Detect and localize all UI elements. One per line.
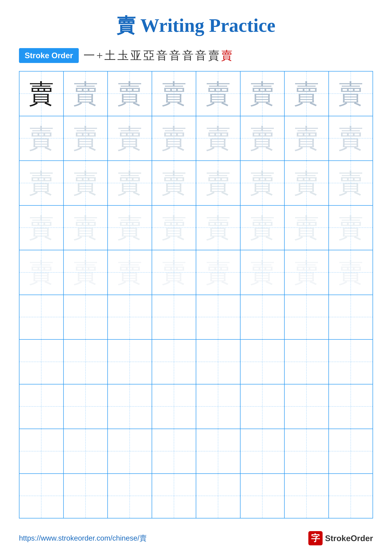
grid-row: 賣 賣 賣 賣 賣 賣 賣 賣 (20, 116, 372, 161)
grid-cell[interactable]: 賣 (329, 206, 373, 250)
grid-cell-empty[interactable] (241, 340, 285, 384)
grid-cell-empty[interactable] (20, 340, 64, 384)
grid-cell[interactable]: 賣 (196, 72, 241, 116)
grid-cell-empty[interactable] (152, 295, 196, 339)
grid-cell[interactable]: 賣 (241, 206, 285, 250)
grid-cell-empty[interactable] (64, 295, 108, 339)
cell-char: 賣 (161, 170, 187, 196)
grid-cell-empty[interactable] (20, 429, 64, 473)
grid-cell-empty[interactable] (329, 474, 373, 518)
grid-cell[interactable]: 賣 (108, 161, 152, 205)
grid-cell[interactable]: 賣 (108, 250, 152, 295)
grid-cell-empty[interactable] (20, 474, 64, 518)
grid-cell-empty[interactable] (152, 340, 196, 384)
grid-cell[interactable]: 賣 (64, 206, 108, 250)
grid-cell[interactable]: 賣 (64, 161, 108, 205)
stroke-11: 賣 (208, 48, 220, 63)
cell-char: 賣 (294, 170, 319, 196)
grid-cell[interactable]: 賣 (241, 250, 285, 295)
grid-cell[interactable]: 賣 (64, 250, 108, 295)
grid-row-empty (20, 429, 372, 474)
grid-cell-empty[interactable] (152, 384, 196, 429)
grid-cell-empty[interactable] (64, 384, 108, 429)
grid-cell[interactable]: 賣 (20, 72, 64, 116)
grid-cell-empty[interactable] (329, 340, 373, 384)
grid-cell[interactable]: 賣 (285, 116, 329, 161)
grid-cell[interactable]: 賣 (64, 116, 108, 161)
grid-cell[interactable]: 賣 (64, 72, 108, 116)
grid-cell[interactable]: 賣 (329, 161, 373, 205)
grid-cell[interactable]: 賣 (329, 250, 373, 295)
grid-cell[interactable]: 賣 (285, 161, 329, 205)
grid-cell[interactable]: 賣 (196, 161, 241, 205)
grid-cell-empty[interactable] (196, 429, 241, 473)
grid-cell-empty[interactable] (108, 474, 152, 518)
grid-cell-empty[interactable] (196, 295, 241, 339)
grid-cell-empty[interactable] (241, 429, 285, 473)
grid-cell-empty[interactable] (329, 429, 373, 473)
grid-cell[interactable]: 賣 (285, 206, 329, 250)
cell-char: 賣 (205, 126, 231, 151)
cell-char: 賣 (29, 260, 54, 285)
grid-cell-empty[interactable] (241, 474, 285, 518)
grid-cell-empty[interactable] (64, 340, 108, 384)
grid-cell-empty[interactable] (196, 340, 241, 384)
grid-cell-empty[interactable] (108, 340, 152, 384)
cell-char: 賣 (250, 170, 275, 196)
grid-cell[interactable]: 賣 (152, 116, 196, 161)
grid-cell[interactable]: 賣 (196, 250, 241, 295)
grid-cell-empty[interactable] (329, 384, 373, 429)
grid-row: 賣 賣 賣 賣 賣 賣 賣 賣 (20, 161, 372, 206)
grid-cell[interactable]: 賣 (152, 161, 196, 205)
stroke-3: 土 (104, 48, 116, 63)
grid-cell-empty[interactable] (329, 295, 373, 339)
grid-cell[interactable]: 賣 (329, 116, 373, 161)
grid-cell-empty[interactable] (108, 384, 152, 429)
grid-cell-empty[interactable] (241, 384, 285, 429)
grid-cell[interactable]: 賣 (196, 116, 241, 161)
grid-cell[interactable]: 賣 (152, 250, 196, 295)
grid-cell[interactable]: 賣 (108, 116, 152, 161)
grid-cell[interactable]: 賣 (285, 250, 329, 295)
logo-text: StrokeOrder (325, 533, 373, 543)
grid-cell-empty[interactable] (152, 474, 196, 518)
grid-cell[interactable]: 賣 (329, 72, 373, 116)
page-title: 賣 Writing Practice (19, 13, 373, 38)
cell-char: 賣 (117, 170, 142, 196)
grid-cell[interactable]: 賣 (152, 206, 196, 250)
grid-cell-empty[interactable] (20, 384, 64, 429)
grid-cell[interactable]: 賣 (152, 72, 196, 116)
grid-cell[interactable]: 賣 (108, 72, 152, 116)
grid-cell-empty[interactable] (241, 295, 285, 339)
grid-cell-empty[interactable] (285, 340, 329, 384)
grid-cell[interactable]: 賣 (20, 250, 64, 295)
grid-cell-empty[interactable] (108, 295, 152, 339)
grid-cell[interactable]: 賣 (285, 72, 329, 116)
grid-cell-empty[interactable] (64, 429, 108, 473)
grid-cell[interactable]: 賣 (241, 161, 285, 205)
grid-cell[interactable]: 賣 (20, 206, 64, 250)
stroke-order-section: Stroke Order 一 + 土 圡 亚 亞 音 音 音 音 賣 賣 (19, 48, 373, 63)
cell-char: 賣 (29, 81, 54, 106)
grid-cell-empty[interactable] (152, 429, 196, 473)
grid-cell[interactable]: 賣 (108, 206, 152, 250)
grid-cell[interactable]: 賣 (196, 206, 241, 250)
stroke-7: 音 (156, 48, 168, 63)
grid-cell[interactable]: 賣 (20, 161, 64, 205)
grid-cell[interactable]: 賣 (241, 116, 285, 161)
grid-cell-empty[interactable] (285, 474, 329, 518)
cell-char: 賣 (250, 126, 275, 151)
grid-cell[interactable]: 賣 (241, 72, 285, 116)
grid-cell-empty[interactable] (196, 474, 241, 518)
cell-char: 賣 (294, 81, 319, 106)
grid-cell-empty[interactable] (108, 429, 152, 473)
grid-cell-empty[interactable] (285, 295, 329, 339)
grid-cell[interactable]: 賣 (20, 116, 64, 161)
grid-row-empty (20, 474, 372, 518)
footer-url[interactable]: https://www.strokeorder.com/chinese/賣 (19, 533, 147, 543)
grid-cell-empty[interactable] (285, 384, 329, 429)
grid-cell-empty[interactable] (20, 295, 64, 339)
grid-cell-empty[interactable] (64, 474, 108, 518)
grid-cell-empty[interactable] (196, 384, 241, 429)
grid-cell-empty[interactable] (285, 429, 329, 473)
